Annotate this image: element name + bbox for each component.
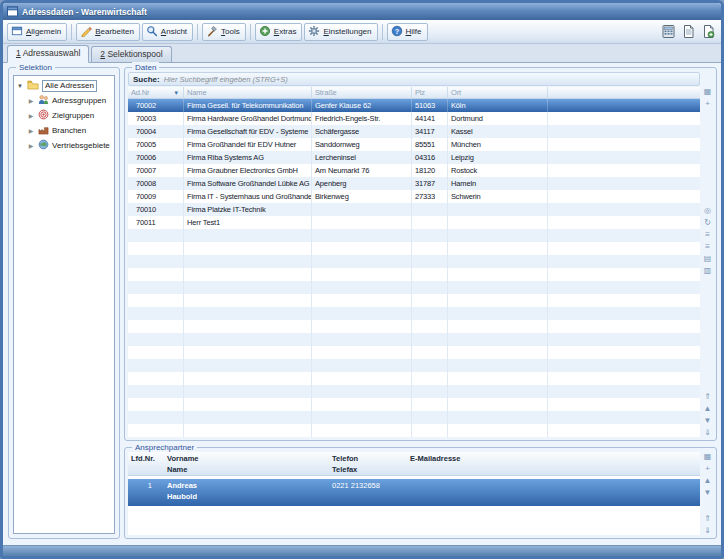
- menu-allgemein[interactable]: Allgemein: [7, 23, 67, 41]
- menu-hilfe[interactable]: ? Hilfe: [387, 23, 428, 41]
- table-row[interactable]: 70011 Herr Test1: [128, 216, 700, 229]
- table-row[interactable]: 70006 Firma Riba Systems AG Lercheninsel…: [128, 151, 700, 164]
- column-header-label: Ad.Nr: [131, 88, 149, 97]
- table-row[interactable]: 70002 Firma Gesell. für Telekommunikatio…: [128, 99, 700, 112]
- menu-extras[interactable]: Extras: [255, 23, 303, 41]
- cell-strasse: Lercheninsel: [312, 151, 412, 164]
- table-row[interactable]: 70005 Firma Großhandel für EDV Hutner Sa…: [128, 138, 700, 151]
- refresh-icon[interactable]: ↻: [704, 218, 711, 227]
- grid-icon[interactable]: ▦: [704, 87, 712, 96]
- list-icon[interactable]: ≡: [705, 230, 710, 239]
- scroll-down-icon[interactable]: ▼: [704, 488, 712, 497]
- cell-filler: [548, 99, 700, 112]
- tree-item-vertriebsgebiete[interactable]: ▶ Vertriebsgebiete: [14, 138, 114, 153]
- cell-ort: Hameln: [448, 177, 548, 190]
- table-row[interactable]: 70010 Firma Platzke IT-Technik: [128, 203, 700, 216]
- cell-adnr: 70004: [128, 125, 184, 138]
- search-label: Suche:: [133, 75, 160, 84]
- list-icon-2[interactable]: ≡: [705, 242, 710, 251]
- gear-icon: [308, 25, 320, 39]
- table-row[interactable]: 70008 Firma Software Großhandel Lübke AG…: [128, 177, 700, 190]
- search-input[interactable]: [164, 75, 695, 84]
- target-icon[interactable]: ◎: [704, 206, 711, 215]
- cell-name: Firma Riba Systems AG: [184, 151, 312, 164]
- tree-item-branchen[interactable]: ▶ Branchen: [14, 123, 114, 138]
- scroll-up-icon[interactable]: ▲: [704, 476, 712, 485]
- table-row[interactable]: 70003 Firma Hardware Großhandel Dortmund…: [128, 112, 700, 125]
- tab-adressauswahl[interactable]: 1 Adressauswahl: [7, 45, 89, 63]
- cell-ort: Schwerin: [448, 190, 548, 203]
- table-body: 70002 Firma Gesell. für Telekommunikatio…: [128, 99, 700, 437]
- toolbar-separator: [382, 24, 383, 40]
- column-header-label: E-Mailadresse: [410, 453, 697, 464]
- cell-name: Firma Großhandel für EDV Hutner: [184, 138, 312, 151]
- contacts-side-toolbar: ▦ + ▲ ▼ ⇑ ⇓: [701, 452, 714, 535]
- collapsed-icon[interactable]: ▶: [27, 97, 35, 104]
- menu-tools[interactable]: Tools: [202, 23, 246, 41]
- pencil-icon: [80, 25, 92, 39]
- titlebar[interactable]: Adressdaten - Warenwirtschaft: [3, 3, 721, 20]
- column-header-name[interactable]: Name: [184, 87, 312, 98]
- tree-item-adressgruppen[interactable]: ▶ Adressgruppen: [14, 93, 114, 108]
- contact-row[interactable]: 1 Andreas Haubold 0221 2132658: [128, 479, 700, 506]
- menu-einstellungen[interactable]: Einstellungen: [304, 23, 377, 41]
- column-header-strasse[interactable]: Straße: [312, 87, 412, 98]
- table-row[interactable]: 70004 Firma Gesellschaft für EDV - Syste…: [128, 125, 700, 138]
- new-page-icon[interactable]: [699, 23, 717, 41]
- scroll-down-icon[interactable]: ▼: [704, 416, 712, 425]
- cell-plz: 51063: [412, 99, 448, 112]
- cell-plz: 34117: [412, 125, 448, 138]
- collapsed-icon[interactable]: ▶: [27, 127, 35, 134]
- scroll-first-icon[interactable]: ⇑: [704, 392, 711, 401]
- tree-item-alle-adressen[interactable]: ▼ Alle Adressen: [14, 78, 114, 93]
- scroll-first-icon[interactable]: ⇑: [704, 514, 711, 523]
- cell-adnr: 70011: [128, 216, 184, 229]
- add-icon[interactable]: +: [705, 464, 710, 473]
- scroll-up-icon[interactable]: ▲: [704, 404, 712, 413]
- contacts-column-telefon-telefax[interactable]: Telefon Telefax: [329, 452, 407, 475]
- hammer-icon: [206, 25, 218, 39]
- cell-plz: 04316: [412, 151, 448, 164]
- cell-name: Firma IT - Systemhaus und Großhandel: [184, 190, 312, 203]
- column-header-plz[interactable]: Plz: [412, 87, 448, 98]
- table-row[interactable]: 70009 Firma IT - Systemhaus und Großhand…: [128, 190, 700, 203]
- report-icon[interactable]: [679, 23, 697, 41]
- cell-plz: 27333: [412, 190, 448, 203]
- cell-ort: Kassel: [448, 125, 548, 138]
- calculator-icon[interactable]: [659, 23, 677, 41]
- column-header-label: Telefon: [332, 453, 404, 464]
- collapsed-icon[interactable]: ▶: [27, 112, 35, 119]
- tree-item-zielgruppen[interactable]: ▶ Zielgruppen: [14, 108, 114, 123]
- column-header-ort[interactable]: Ort: [448, 87, 548, 98]
- menu-bearbeiten[interactable]: Bearbeiten: [76, 23, 140, 41]
- contacts-column-lfdnr[interactable]: Lfd.Nr.: [128, 452, 164, 475]
- menu-ansicht[interactable]: Ansicht: [142, 23, 193, 41]
- cell-strasse: Genfer Klause 62: [312, 99, 412, 112]
- cell-name: Firma Gesellschaft für EDV - Systeme: [184, 125, 312, 138]
- window-icon: [11, 25, 23, 39]
- columns-layout-icon[interactable]: ▥: [704, 266, 712, 275]
- column-header-label: Lfd.Nr.: [131, 453, 161, 464]
- expanded-icon[interactable]: ▼: [16, 83, 24, 89]
- app-window: Adressdaten - Warenwirtschaft Allgemein …: [0, 0, 724, 559]
- collapsed-icon[interactable]: ▶: [27, 142, 35, 149]
- menu-label: Extras: [274, 27, 297, 36]
- contacts-column-vorname-name[interactable]: Vorname Name: [164, 452, 329, 475]
- cell-name: Firma Graubner Electronics GmbH: [184, 164, 312, 177]
- cell-strasse: [312, 203, 412, 216]
- tab-selektionspool[interactable]: 2 Selektionspool: [91, 46, 171, 62]
- scroll-last-icon[interactable]: ⇓: [704, 526, 711, 535]
- cell-filler: [548, 125, 700, 138]
- contact-name: Andreas Haubold: [164, 479, 329, 506]
- contacts-column-email[interactable]: E-Mailadresse: [407, 452, 700, 475]
- column-header-adnr[interactable]: Ad.Nr ▼: [128, 87, 184, 98]
- table-row[interactable]: 70007 Firma Graubner Electronics GmbH Am…: [128, 164, 700, 177]
- cell-adnr: 70005: [128, 138, 184, 151]
- grid-icon[interactable]: ▦: [704, 452, 712, 461]
- scroll-last-icon[interactable]: ⇓: [704, 428, 711, 437]
- add-icon[interactable]: +: [705, 99, 710, 108]
- rows-layout-icon[interactable]: ▤: [704, 254, 712, 263]
- cell-strasse: Friedrich-Engels-Str.: [312, 112, 412, 125]
- content-area: Selektion ▼ Alle Adressen ▶ Adressgruppe…: [3, 63, 721, 545]
- ansprechpartner-panel: Ansprechpartner Lfd.Nr. Vorname Name Tel…: [124, 447, 717, 539]
